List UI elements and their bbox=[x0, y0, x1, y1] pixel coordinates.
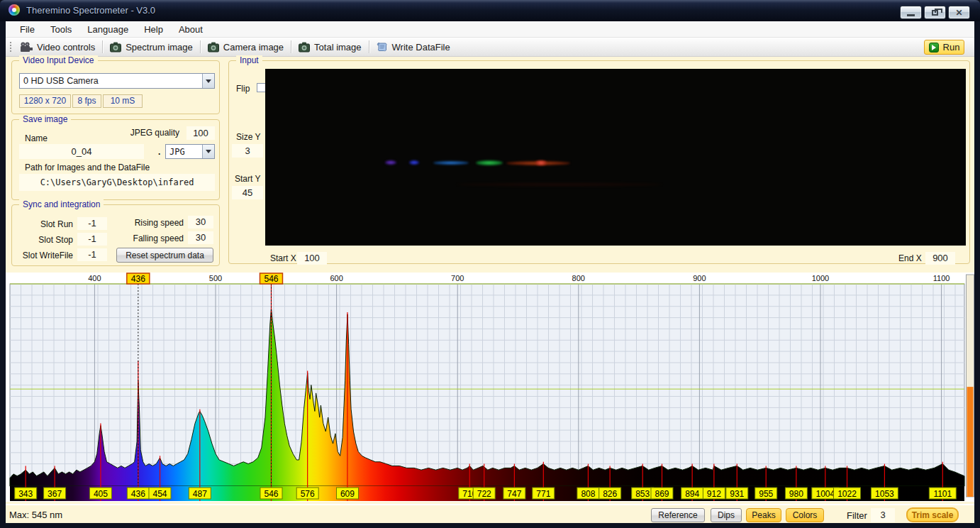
peak-label: 722 bbox=[477, 489, 491, 499]
reference-button[interactable]: Reference bbox=[651, 508, 705, 522]
axis-tick-label: 500 bbox=[209, 274, 222, 282]
start-y-label: Start Y bbox=[235, 174, 260, 184]
dot-separator: . bbox=[158, 147, 160, 157]
colors-button[interactable]: Colors bbox=[786, 508, 824, 522]
spectral-line-red bbox=[535, 160, 547, 165]
menu-language[interactable]: Language bbox=[79, 23, 136, 36]
peak-label: 771 bbox=[536, 489, 550, 499]
close-button[interactable]: ✕ bbox=[948, 6, 970, 19]
start-x-field[interactable]: 100 bbox=[297, 252, 327, 265]
peak-label: 367 bbox=[48, 489, 62, 499]
slot-writefile-label: Slot WriteFile bbox=[12, 251, 73, 260]
calibration-label: 436 bbox=[131, 274, 145, 284]
axis-tick-label: 600 bbox=[330, 274, 343, 282]
axis-tick-label: 1100 bbox=[933, 274, 950, 282]
format-select[interactable]: JPG bbox=[165, 144, 215, 159]
peak-label: 436 bbox=[131, 489, 145, 499]
video-controls-button[interactable]: Video controls bbox=[15, 40, 100, 55]
peak-label: 1022 bbox=[837, 489, 857, 499]
jpeg-quality-field[interactable]: 100 bbox=[186, 126, 215, 140]
axis-tick-label: 1000 bbox=[812, 274, 829, 282]
peak-label: 894 bbox=[685, 489, 699, 499]
calibration-label: 546 bbox=[264, 274, 278, 284]
fps-button[interactable]: 8 fps bbox=[72, 94, 101, 108]
falling-speed-label: Falling speed bbox=[104, 233, 184, 243]
faint-smear bbox=[457, 182, 662, 187]
peak-label: 747 bbox=[507, 489, 521, 499]
menu-help[interactable]: Help bbox=[136, 23, 171, 36]
save-image-title: Save image bbox=[19, 114, 71, 124]
minimize-button[interactable] bbox=[900, 6, 922, 19]
max-wavelength-readout: Max: 545 nm bbox=[9, 510, 62, 520]
peak-label: 576 bbox=[301, 489, 315, 499]
minimize-icon bbox=[907, 14, 915, 16]
falling-speed-field[interactable]: 30 bbox=[188, 231, 213, 244]
reset-spectrum-button[interactable]: Reset spectrum data bbox=[116, 248, 213, 263]
write-datafile-button[interactable]: Write DataFile bbox=[372, 40, 455, 55]
window-title: Theremino Spectrometer - V3.0 bbox=[26, 5, 155, 16]
scroll-document-icon bbox=[377, 42, 388, 52]
end-x-field[interactable]: 900 bbox=[925, 252, 955, 265]
total-image-button[interactable]: Total image bbox=[294, 40, 366, 55]
play-icon bbox=[929, 43, 939, 53]
camera-icon bbox=[299, 42, 310, 53]
axis-tick-label: 900 bbox=[693, 274, 706, 282]
dropdown-arrow-icon[interactable] bbox=[202, 74, 214, 88]
camera-preview bbox=[265, 69, 966, 246]
menu-about[interactable]: About bbox=[171, 23, 211, 36]
restore-button[interactable] bbox=[924, 6, 946, 19]
peak-label: 1004 bbox=[815, 489, 835, 499]
slot-stop-label: Slot Stop bbox=[12, 235, 73, 245]
resolution-button[interactable]: 1280 x 720 bbox=[19, 94, 71, 108]
peak-label: 343 bbox=[18, 489, 33, 499]
exposure-button[interactable]: 10 mS bbox=[103, 94, 143, 108]
axis-tick-label: 800 bbox=[572, 274, 585, 282]
filter-field[interactable]: 3 bbox=[871, 508, 895, 522]
restore-icon bbox=[932, 10, 938, 16]
end-x-label: End X bbox=[898, 253, 922, 263]
spectrum-image-button[interactable]: Spectrum image bbox=[105, 40, 198, 55]
menu-file[interactable]: File bbox=[12, 23, 43, 36]
peak-label: 1101 bbox=[933, 489, 952, 499]
slot-run-label: Slot Run bbox=[12, 219, 73, 229]
start-y-field[interactable]: 45 bbox=[232, 186, 263, 199]
status-bar: Max: 545 nm Reference Dips Peaks Colors … bbox=[6, 504, 974, 523]
peak-label: 853 bbox=[635, 489, 650, 499]
peak-label: 487 bbox=[193, 489, 207, 499]
filename-field[interactable]: 0_04 bbox=[19, 144, 144, 159]
jpeg-quality-label: JPEG quality bbox=[130, 128, 179, 138]
peak-label: 869 bbox=[655, 489, 669, 499]
input-title: Input bbox=[236, 55, 262, 65]
slot-stop-field[interactable]: -1 bbox=[77, 233, 107, 246]
menu-bar: File Tools Language Help About bbox=[6, 21, 974, 38]
app-logo-icon bbox=[9, 4, 20, 16]
video-input-title: Video Input Device bbox=[19, 55, 98, 65]
level-meter-fill bbox=[967, 387, 974, 497]
rising-speed-field[interactable]: 30 bbox=[188, 216, 213, 229]
spectral-line-green bbox=[476, 160, 503, 165]
spectral-line-cyan bbox=[433, 161, 469, 165]
peak-label: 454 bbox=[153, 489, 167, 499]
run-button[interactable]: Run bbox=[924, 40, 964, 55]
peak-label: 1053 bbox=[875, 489, 894, 499]
camera-image-button[interactable]: Camera image bbox=[203, 40, 289, 55]
peak-label: 931 bbox=[730, 489, 744, 499]
peaks-button[interactable]: Peaks bbox=[746, 508, 781, 522]
slot-writefile-field[interactable]: -1 bbox=[77, 248, 107, 261]
peak-label: 546 bbox=[264, 489, 278, 499]
dips-button[interactable]: Dips bbox=[711, 508, 742, 522]
trim-scale-button[interactable]: Trim scale bbox=[906, 507, 959, 522]
name-label: Name bbox=[25, 133, 48, 143]
menu-tools[interactable]: Tools bbox=[43, 23, 79, 36]
input-groupbox: Input Flip Size Y 3 Start Y 45 Start X 1… bbox=[228, 60, 970, 264]
camera-icon bbox=[208, 42, 219, 53]
dropdown-arrow-icon[interactable] bbox=[202, 145, 214, 158]
save-image-groupbox: Save image JPEG quality 100 Name 0_04 . … bbox=[11, 119, 220, 200]
size-y-field[interactable]: 3 bbox=[232, 144, 263, 158]
toolbar: Video controls Spectrum image Camera ima… bbox=[6, 38, 974, 57]
toolbar-grip-icon bbox=[9, 41, 12, 53]
path-field[interactable]: C:\Users\GaryG\Desktop\infared bbox=[19, 174, 215, 191]
spectrum-chart[interactable]: 4005006007008009001000110034336740543645… bbox=[6, 273, 974, 502]
slot-run-field[interactable]: -1 bbox=[77, 217, 107, 230]
video-device-select[interactable]: 0 HD USB Camera bbox=[19, 73, 215, 89]
